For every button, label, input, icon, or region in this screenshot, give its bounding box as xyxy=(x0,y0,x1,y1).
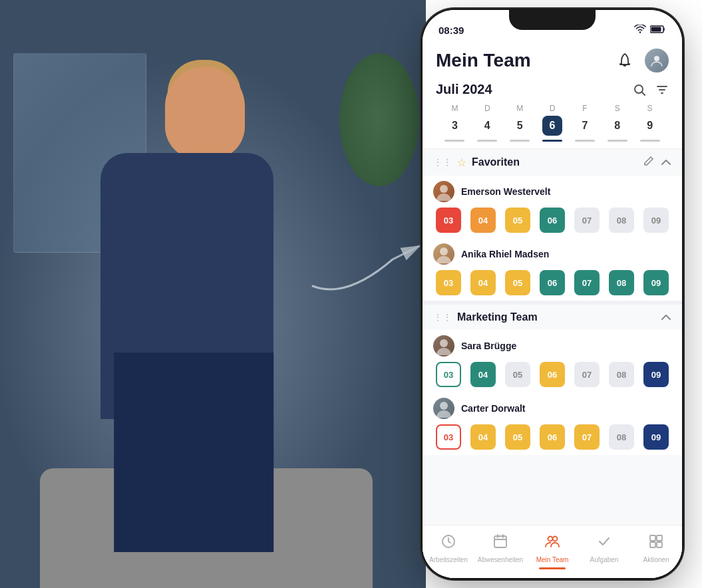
date-chip[interactable]: 04 xyxy=(470,362,496,387)
date-chip[interactable]: 07 xyxy=(574,208,600,233)
day-col-9[interactable]: S9 xyxy=(633,104,666,142)
phone-notch xyxy=(509,10,596,30)
day-indicator xyxy=(640,140,660,142)
day-letter: D xyxy=(484,104,490,113)
svg-point-12 xyxy=(548,537,553,541)
date-chip[interactable]: 09 xyxy=(643,208,669,233)
bg-plant xyxy=(339,53,419,186)
person-name: Carter Dorwalt xyxy=(461,403,525,414)
date-chip[interactable]: 05 xyxy=(505,270,530,295)
person-row-emerson-westervelt: Emerson Westervelt03040506070809 xyxy=(423,176,682,238)
date-chip[interactable]: 05 xyxy=(505,424,530,450)
date-chip[interactable]: 06 xyxy=(540,362,565,387)
day-col-7[interactable]: F7 xyxy=(568,104,601,142)
drag-handle-icon: ⋮⋮ xyxy=(433,157,452,168)
date-chip[interactable]: 05 xyxy=(505,362,530,387)
day-number: 3 xyxy=(444,116,464,136)
date-chip[interactable]: 08 xyxy=(609,424,634,450)
date-chip[interactable]: 09 xyxy=(643,362,669,387)
date-chip[interactable]: 08 xyxy=(609,362,634,387)
person-name: Anika Rhiel Madsen xyxy=(461,249,549,259)
svg-point-8 xyxy=(440,339,448,347)
abwesenheiten-nav-icon xyxy=(492,533,508,553)
user-avatar-face xyxy=(645,49,669,73)
day-col-5[interactable]: M5 xyxy=(504,104,536,142)
day-col-4[interactable]: D4 xyxy=(471,104,504,142)
person-avatar xyxy=(433,335,454,357)
date-chip[interactable]: 03 xyxy=(436,424,461,450)
svg-rect-16 xyxy=(650,542,655,547)
collapse-icon[interactable] xyxy=(661,156,671,168)
day-indicator xyxy=(575,140,595,142)
date-chip[interactable]: 03 xyxy=(436,362,461,387)
date-actions xyxy=(633,83,669,96)
nav-item-aktionen[interactable]: Aktionen xyxy=(630,532,682,563)
search-button[interactable] xyxy=(633,83,646,96)
person-body-lower xyxy=(114,353,273,552)
nav-item-aufgaben[interactable]: Aufgaben xyxy=(578,532,630,563)
mein-team-nav-icon xyxy=(544,533,560,553)
section-title: Favoriten xyxy=(472,156,520,168)
day-indicator xyxy=(542,140,562,142)
date-chip[interactable]: 03 xyxy=(436,208,461,233)
bottom-navigation: ArbeitszeitenAbwesenheitenMein TeamAufga… xyxy=(423,525,682,578)
person-avatar xyxy=(433,181,454,202)
day-number: 8 xyxy=(608,116,627,136)
day-letter: D xyxy=(550,104,556,113)
aufgaben-nav-label: Aufgaben xyxy=(590,556,619,563)
aufgaben-nav-icon xyxy=(596,533,612,553)
day-indicator xyxy=(444,140,464,142)
date-chip[interactable]: 07 xyxy=(574,424,600,450)
notification-bell-button[interactable] xyxy=(613,49,637,73)
filter-button[interactable] xyxy=(655,83,669,96)
person-avatar xyxy=(433,398,454,419)
person-info: Anika Rhiel Madsen xyxy=(433,243,671,265)
nav-item-abwesenheiten[interactable]: Abwesenheiten xyxy=(474,532,526,563)
person-row-sara-brügge: Sara Brügge03040506070809 xyxy=(423,330,682,392)
user-avatar-button[interactable] xyxy=(645,49,669,73)
svg-rect-15 xyxy=(657,535,662,541)
date-chip[interactable]: 05 xyxy=(505,208,530,233)
section-left: ⋮⋮☆Favoriten xyxy=(433,156,520,169)
date-chip[interactable]: 06 xyxy=(540,270,565,295)
section-header-marketing: ⋮⋮Marketing Team xyxy=(423,305,682,330)
date-chip[interactable]: 04 xyxy=(470,208,496,233)
person-info: Emerson Westervelt xyxy=(433,181,671,202)
wifi-icon xyxy=(634,25,646,36)
phone-device: 08:39 Mein xyxy=(423,10,682,578)
day-number: 4 xyxy=(477,116,497,136)
dates-row: 03040506070809 xyxy=(433,362,671,387)
svg-point-4 xyxy=(654,56,659,61)
nav-item-mein-team[interactable]: Mein Team xyxy=(526,532,578,569)
date-chip[interactable]: 06 xyxy=(540,424,565,450)
date-chip[interactable]: 09 xyxy=(643,270,669,295)
days-row: M3D4M5D6F7S8S9 xyxy=(436,104,669,142)
app-title: Mein Team xyxy=(436,50,531,71)
date-chip[interactable]: 06 xyxy=(540,208,565,233)
date-chip[interactable]: 04 xyxy=(470,270,496,295)
battery-icon xyxy=(650,25,666,36)
day-col-8[interactable]: S8 xyxy=(601,104,633,142)
aktionen-nav-icon xyxy=(648,533,664,553)
person-info: Sara Brügge xyxy=(433,335,671,357)
date-chip[interactable]: 07 xyxy=(574,270,600,295)
date-chip[interactable]: 08 xyxy=(609,270,634,295)
svg-rect-14 xyxy=(650,535,655,541)
day-col-3[interactable]: M3 xyxy=(439,104,471,142)
date-chip[interactable]: 03 xyxy=(436,270,461,295)
day-letter: F xyxy=(582,104,587,113)
star-icon: ☆ xyxy=(457,156,466,169)
abwesenheiten-nav-label: Abwesenheiten xyxy=(478,556,523,563)
collapse-icon[interactable] xyxy=(661,311,671,323)
scroll-content[interactable]: ⋮⋮☆Favoriten Emerson Westervelt030405060… xyxy=(423,149,682,578)
status-icons xyxy=(634,25,666,36)
date-chip[interactable]: 09 xyxy=(643,424,669,450)
date-chip[interactable]: 04 xyxy=(470,424,496,450)
date-chip[interactable]: 08 xyxy=(609,208,634,233)
day-col-6[interactable]: D6 xyxy=(536,104,569,142)
edit-icon[interactable] xyxy=(643,156,654,169)
date-chip[interactable]: 07 xyxy=(574,362,600,387)
section-title: Marketing Team xyxy=(457,311,538,323)
nav-item-arbeitszeiten[interactable]: Arbeitszeiten xyxy=(423,532,474,563)
person-avatar xyxy=(433,243,454,265)
